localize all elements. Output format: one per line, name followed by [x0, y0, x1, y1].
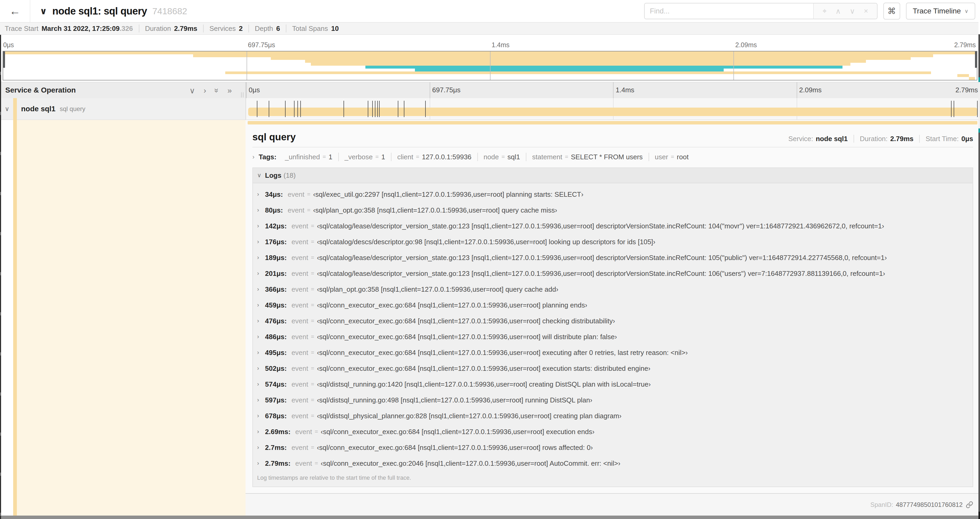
minimap-span-bar	[311, 63, 850, 65]
tag-value: SELECT * FROM users	[571, 153, 643, 161]
log-marker[interactable]	[954, 101, 954, 117]
span-stat: Duration: 2.79ms	[854, 135, 913, 143]
log-entry[interactable]: › 502μs: event = ‹sql/conn_executor_exec…	[253, 361, 973, 376]
trace-summary-item: Duration 2.79ms	[139, 24, 197, 32]
chevron-right-icon: ›	[257, 428, 265, 435]
chevron-right-icon: ›	[257, 444, 265, 451]
logs-header[interactable]: ∨ Logs (18)	[253, 168, 973, 183]
log-marker[interactable]	[951, 101, 951, 117]
trace-collapse-toggle[interactable]: ∨	[40, 6, 47, 16]
find-locate-button[interactable]: ⌖	[822, 7, 827, 16]
log-field-value: ‹sql/conn_executor_exec.go:684 [nsql1,cl…	[317, 444, 593, 452]
find-prev-button[interactable]: ∧	[835, 7, 841, 16]
logs-list: › 34μs: event = ‹sql/exec_util.go:2297 […	[253, 183, 973, 472]
log-entry[interactable]: › 495μs: event = ‹sql/conn_executor_exec…	[253, 345, 973, 361]
log-entry[interactable]: › 366μs: event = ‹sql/plan_opt.go:358 [n…	[253, 281, 973, 297]
span-detail-panel: sql query Service: node sql1 Duration: 2…	[245, 120, 980, 516]
ruler-tick-label: 697.75μs	[432, 86, 461, 94]
tag-key: statement	[532, 153, 562, 161]
log-entry[interactable]: › 574μs: event = ‹sql/distsql_running.go…	[253, 376, 973, 392]
log-marker[interactable]	[257, 101, 258, 117]
log-marker[interactable]	[372, 101, 373, 117]
double-chevron-right-icon[interactable]: »	[228, 86, 232, 95]
page-title: node sql1: sql query	[52, 6, 147, 17]
log-marker[interactable]	[285, 101, 286, 117]
minimap-labels: 0μs697.75μs1.4ms2.09ms2.79ms	[3, 35, 977, 51]
log-marker[interactable]	[269, 101, 269, 117]
log-entry[interactable]: › 2.7ms: event = ‹sql/conn_executor_exec…	[253, 440, 973, 455]
log-timestamp: 495μs:	[265, 349, 286, 357]
log-timestamp: 2.7ms:	[265, 444, 286, 452]
log-field-key: event	[291, 349, 308, 357]
log-entry[interactable]: › 80μs: event = ‹sql/plan_opt.go:358 [ns…	[253, 202, 973, 218]
find-input[interactable]	[644, 3, 813, 19]
trace-summary-item: Services 2	[203, 24, 243, 32]
log-marker[interactable]	[300, 101, 301, 117]
chevron-right-icon: ›	[257, 223, 265, 230]
log-marker[interactable]	[344, 101, 344, 117]
minimap-right-drag-handle[interactable]	[975, 51, 977, 68]
link-icon[interactable]	[966, 501, 973, 508]
span-row-timeline	[245, 98, 980, 120]
log-entry[interactable]: › 486μs: event = ‹sql/conn_executor_exec…	[253, 329, 973, 345]
log-entry[interactable]: › 34μs: event = ‹sql/exec_util.go:2297 […	[253, 187, 973, 202]
log-marker[interactable]	[377, 101, 378, 117]
span-stat-label: Duration:	[860, 135, 888, 143]
span-stat-label: Start Time:	[926, 135, 959, 143]
log-entry[interactable]: › 176μs: event = ‹sql/catalog/descs/desc…	[253, 234, 973, 250]
chevron-down-icon[interactable]: ∨	[189, 86, 195, 95]
log-equals: =	[311, 302, 314, 308]
tag-key: node	[484, 153, 499, 161]
log-entry[interactable]: › 2.79ms: event = ‹sql/conn_executor_exe…	[253, 455, 973, 471]
log-entry[interactable]: › 476μs: event = ‹sql/conn_executor_exec…	[253, 313, 973, 329]
span-row-label[interactable]: ∨ node sql1 sql query	[0, 98, 245, 120]
log-entry[interactable]: › 189μs: event = ‹sql/catalog/lease/desc…	[253, 250, 973, 265]
log-marker[interactable]	[294, 101, 294, 117]
tag-equals: =	[323, 153, 326, 160]
log-marker[interactable]	[375, 101, 375, 117]
log-field-value: ‹sql/catalog/lease/descriptor_version_st…	[317, 222, 884, 230]
summary-label: Services	[210, 24, 236, 33]
view-options-button[interactable]: Trace Timeline ∨	[906, 3, 975, 19]
log-entry[interactable]: › 597μs: event = ‹sql/distsql_running.go…	[253, 392, 973, 408]
tag-key: user	[655, 153, 668, 161]
log-marker[interactable]	[298, 101, 298, 117]
minimap-canvas[interactable]	[3, 51, 977, 80]
log-marker[interactable]	[398, 101, 398, 117]
log-timestamp: 597μs:	[265, 396, 286, 404]
log-entry[interactable]: › 201μs: event = ‹sql/catalog/lease/desc…	[253, 265, 973, 281]
column-resizer[interactable]	[241, 92, 243, 97]
log-equals: =	[311, 444, 314, 451]
tags-row[interactable]: › Tags: _unfinished = 1 _verbose = 1 cli…	[252, 153, 973, 161]
log-marker[interactable]	[404, 101, 404, 117]
summary-value: March 31 2022, 17:25:09	[41, 24, 119, 33]
log-marker[interactable]	[425, 101, 426, 117]
chevron-down-icon[interactable]: ∨	[5, 105, 13, 113]
chevron-right-icon[interactable]: ›	[204, 86, 206, 95]
log-field-value: ‹sql/conn_executor_exec.go:2046 [nsql1,c…	[321, 459, 620, 468]
minimap-left-drag-handle[interactable]	[3, 51, 5, 68]
log-entry[interactable]: › 459μs: event = ‹sql/conn_executor_exec…	[253, 297, 973, 313]
log-entry[interactable]: › 2.69ms: event = ‹sql/conn_executor_exe…	[253, 424, 973, 440]
find-clear-button[interactable]: ×	[864, 7, 868, 15]
span-duration-bar-small	[248, 121, 977, 125]
log-marker[interactable]	[379, 101, 380, 117]
log-entry[interactable]: › 142μs: event = ‹sql/catalog/lease/desc…	[253, 218, 973, 234]
span-stat-value: 2.79ms	[890, 135, 913, 143]
timeline-header: Service & Operation ∨›»» 0μs 697.75μs 1.…	[0, 82, 980, 98]
log-equals: =	[307, 207, 310, 214]
trace-summary-item: Trace Start March 31 2022, 17:25:09 .326	[5, 24, 133, 32]
log-field-key: event	[288, 190, 304, 199]
log-field-value: ‹sql/distsql_running.go:498 [nsql1,clien…	[317, 396, 592, 404]
log-timestamp: 502μs:	[265, 364, 286, 373]
log-marker[interactable]	[368, 101, 368, 117]
log-marker[interactable]	[977, 101, 978, 117]
double-chevron-down-icon[interactable]: »	[212, 88, 221, 93]
log-entry[interactable]: › 678μs: event = ‹sql/distsql_physical_p…	[253, 408, 973, 424]
trace-id: 7418682	[152, 6, 187, 16]
find-next-button[interactable]: ∨	[850, 7, 855, 16]
window-right-edge	[978, 0, 980, 519]
chevron-right-icon: ›	[257, 381, 265, 388]
back-button[interactable]: ←	[0, 0, 30, 22]
keyboard-shortcuts-button[interactable]: ⌘	[883, 3, 900, 19]
